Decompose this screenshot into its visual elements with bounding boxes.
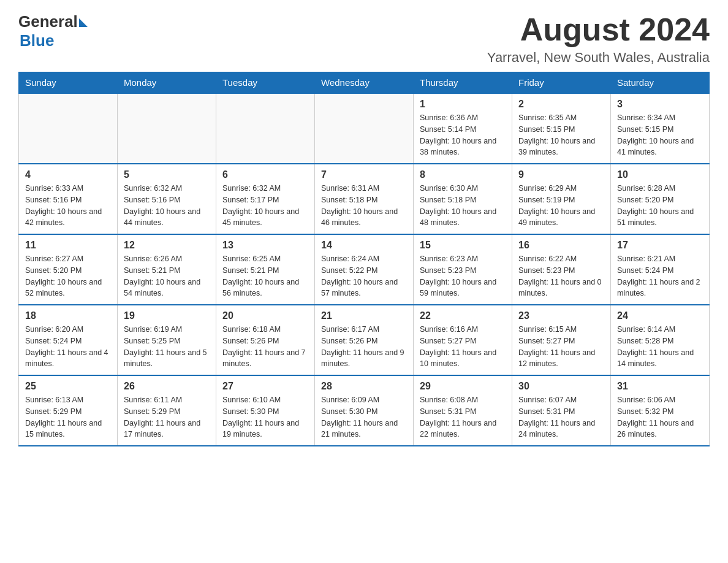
day-number: 17	[617, 240, 703, 251]
calendar-cell: 29Sunrise: 6:08 AMSunset: 5:31 PMDayligh…	[414, 375, 512, 446]
calendar-cell	[118, 93, 216, 164]
day-info: Sunrise: 6:26 AMSunset: 5:21 PMDaylight:…	[124, 253, 210, 299]
day-info: Sunrise: 6:35 AMSunset: 5:15 PMDaylight:…	[518, 112, 604, 158]
day-info: Sunrise: 6:36 AMSunset: 5:14 PMDaylight:…	[420, 112, 506, 158]
logo: General Blue	[18, 12, 88, 50]
calendar-cell: 1Sunrise: 6:36 AMSunset: 5:14 PMDaylight…	[414, 93, 512, 164]
day-number: 22	[420, 310, 506, 321]
calendar-cell	[19, 93, 118, 164]
calendar-week-row: 4Sunrise: 6:33 AMSunset: 5:16 PMDaylight…	[19, 164, 710, 234]
calendar-cell: 3Sunrise: 6:34 AMSunset: 5:15 PMDaylight…	[611, 93, 710, 164]
day-number: 16	[518, 240, 604, 251]
calendar-cell: 5Sunrise: 6:32 AMSunset: 5:16 PMDaylight…	[118, 164, 216, 234]
day-info: Sunrise: 6:17 AMSunset: 5:26 PMDaylight:…	[321, 324, 407, 370]
day-info: Sunrise: 6:25 AMSunset: 5:21 PMDaylight:…	[222, 253, 308, 299]
calendar-cell: 13Sunrise: 6:25 AMSunset: 5:21 PMDayligh…	[216, 234, 315, 305]
day-info: Sunrise: 6:27 AMSunset: 5:20 PMDaylight:…	[25, 253, 111, 299]
day-number: 20	[222, 310, 308, 321]
calendar-cell: 26Sunrise: 6:11 AMSunset: 5:29 PMDayligh…	[118, 375, 216, 446]
column-header-saturday: Saturday	[611, 72, 710, 94]
calendar-cell: 28Sunrise: 6:09 AMSunset: 5:30 PMDayligh…	[315, 375, 414, 446]
day-number: 5	[124, 169, 210, 180]
column-header-monday: Monday	[118, 72, 216, 94]
day-info: Sunrise: 6:19 AMSunset: 5:25 PMDaylight:…	[124, 324, 210, 370]
logo-blue: Blue	[20, 31, 54, 50]
day-number: 27	[222, 381, 308, 392]
column-header-thursday: Thursday	[414, 72, 512, 94]
day-info: Sunrise: 6:09 AMSunset: 5:30 PMDaylight:…	[321, 394, 407, 440]
column-header-wednesday: Wednesday	[315, 72, 414, 94]
day-info: Sunrise: 6:13 AMSunset: 5:29 PMDaylight:…	[25, 394, 111, 440]
calendar-week-row: 1Sunrise: 6:36 AMSunset: 5:14 PMDaylight…	[19, 93, 710, 164]
day-number: 12	[124, 240, 210, 251]
column-header-friday: Friday	[512, 72, 611, 94]
calendar-header-row: SundayMondayTuesdayWednesdayThursdayFrid…	[19, 72, 710, 94]
day-info: Sunrise: 6:15 AMSunset: 5:27 PMDaylight:…	[518, 324, 604, 370]
day-info: Sunrise: 6:33 AMSunset: 5:16 PMDaylight:…	[25, 183, 111, 229]
calendar-cell: 2Sunrise: 6:35 AMSunset: 5:15 PMDaylight…	[512, 93, 611, 164]
calendar-cell: 7Sunrise: 6:31 AMSunset: 5:18 PMDaylight…	[315, 164, 414, 234]
calendar-week-row: 18Sunrise: 6:20 AMSunset: 5:24 PMDayligh…	[19, 305, 710, 375]
day-number: 3	[617, 99, 703, 110]
day-number: 11	[25, 240, 111, 251]
day-info: Sunrise: 6:30 AMSunset: 5:18 PMDaylight:…	[420, 183, 506, 229]
day-info: Sunrise: 6:32 AMSunset: 5:16 PMDaylight:…	[124, 183, 210, 229]
day-number: 23	[518, 310, 604, 321]
day-number: 19	[124, 310, 210, 321]
day-info: Sunrise: 6:29 AMSunset: 5:19 PMDaylight:…	[518, 183, 604, 229]
calendar-cell: 4Sunrise: 6:33 AMSunset: 5:16 PMDaylight…	[19, 164, 118, 234]
calendar-cell: 30Sunrise: 6:07 AMSunset: 5:31 PMDayligh…	[512, 375, 611, 446]
calendar-week-row: 11Sunrise: 6:27 AMSunset: 5:20 PMDayligh…	[19, 234, 710, 305]
day-info: Sunrise: 6:24 AMSunset: 5:22 PMDaylight:…	[321, 253, 407, 299]
calendar-cell	[216, 93, 315, 164]
day-info: Sunrise: 6:08 AMSunset: 5:31 PMDaylight:…	[420, 394, 506, 440]
page-header: General Blue August 2024 Yarravel, New S…	[18, 12, 710, 66]
day-info: Sunrise: 6:11 AMSunset: 5:29 PMDaylight:…	[124, 394, 210, 440]
day-number: 15	[420, 240, 506, 251]
day-info: Sunrise: 6:31 AMSunset: 5:18 PMDaylight:…	[321, 183, 407, 229]
day-info: Sunrise: 6:16 AMSunset: 5:27 PMDaylight:…	[420, 324, 506, 370]
day-number: 29	[420, 381, 506, 392]
month-title: August 2024	[487, 12, 710, 47]
calendar-cell: 17Sunrise: 6:21 AMSunset: 5:24 PMDayligh…	[611, 234, 710, 305]
calendar-cell: 19Sunrise: 6:19 AMSunset: 5:25 PMDayligh…	[118, 305, 216, 375]
day-number: 21	[321, 310, 407, 321]
day-number: 1	[420, 99, 506, 110]
calendar-cell: 8Sunrise: 6:30 AMSunset: 5:18 PMDaylight…	[414, 164, 512, 234]
calendar-cell: 9Sunrise: 6:29 AMSunset: 5:19 PMDaylight…	[512, 164, 611, 234]
day-number: 14	[321, 240, 407, 251]
logo-triangle-icon	[79, 18, 88, 27]
column-header-sunday: Sunday	[19, 72, 118, 94]
day-info: Sunrise: 6:14 AMSunset: 5:28 PMDaylight:…	[617, 324, 703, 370]
day-info: Sunrise: 6:28 AMSunset: 5:20 PMDaylight:…	[617, 183, 703, 229]
day-number: 7	[321, 169, 407, 180]
calendar-cell: 10Sunrise: 6:28 AMSunset: 5:20 PMDayligh…	[611, 164, 710, 234]
day-number: 31	[617, 381, 703, 392]
day-info: Sunrise: 6:18 AMSunset: 5:26 PMDaylight:…	[222, 324, 308, 370]
calendar-cell: 25Sunrise: 6:13 AMSunset: 5:29 PMDayligh…	[19, 375, 118, 446]
day-number: 6	[222, 169, 308, 180]
calendar-cell: 20Sunrise: 6:18 AMSunset: 5:26 PMDayligh…	[216, 305, 315, 375]
calendar-cell: 22Sunrise: 6:16 AMSunset: 5:27 PMDayligh…	[414, 305, 512, 375]
day-info: Sunrise: 6:22 AMSunset: 5:23 PMDaylight:…	[518, 253, 604, 299]
day-number: 2	[518, 99, 604, 110]
calendar-cell: 23Sunrise: 6:15 AMSunset: 5:27 PMDayligh…	[512, 305, 611, 375]
day-info: Sunrise: 6:07 AMSunset: 5:31 PMDaylight:…	[518, 394, 604, 440]
calendar-week-row: 25Sunrise: 6:13 AMSunset: 5:29 PMDayligh…	[19, 375, 710, 446]
day-info: Sunrise: 6:34 AMSunset: 5:15 PMDaylight:…	[617, 112, 703, 158]
calendar-cell: 21Sunrise: 6:17 AMSunset: 5:26 PMDayligh…	[315, 305, 414, 375]
day-number: 24	[617, 310, 703, 321]
calendar-cell: 31Sunrise: 6:06 AMSunset: 5:32 PMDayligh…	[611, 375, 710, 446]
day-info: Sunrise: 6:06 AMSunset: 5:32 PMDaylight:…	[617, 394, 703, 440]
calendar-cell: 16Sunrise: 6:22 AMSunset: 5:23 PMDayligh…	[512, 234, 611, 305]
logo-general: General	[18, 12, 78, 31]
day-number: 10	[617, 169, 703, 180]
day-info: Sunrise: 6:21 AMSunset: 5:24 PMDaylight:…	[617, 253, 703, 299]
day-number: 26	[124, 381, 210, 392]
column-header-tuesday: Tuesday	[216, 72, 315, 94]
day-info: Sunrise: 6:20 AMSunset: 5:24 PMDaylight:…	[25, 324, 111, 370]
calendar-cell	[315, 93, 414, 164]
day-number: 30	[518, 381, 604, 392]
calendar-cell: 27Sunrise: 6:10 AMSunset: 5:30 PMDayligh…	[216, 375, 315, 446]
day-number: 28	[321, 381, 407, 392]
